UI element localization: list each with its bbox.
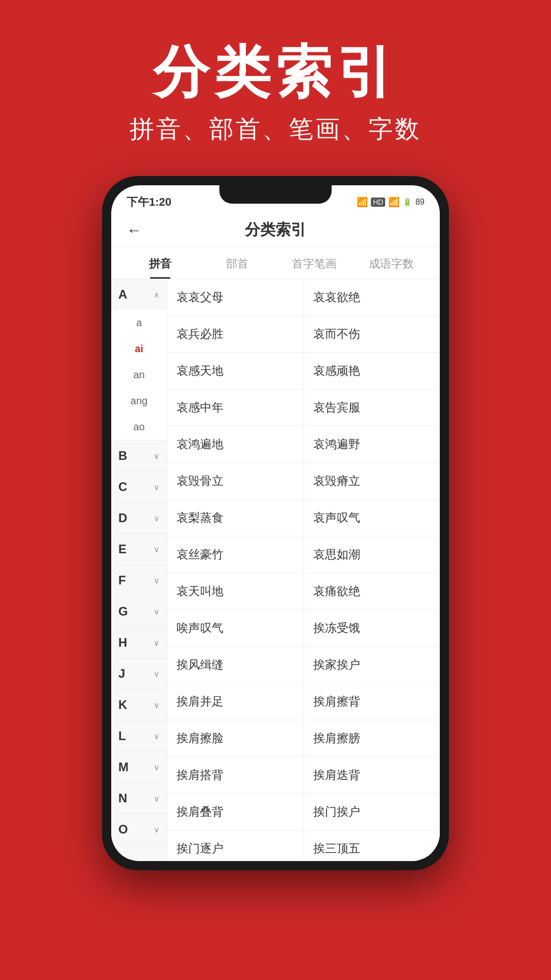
letter-header-J[interactable]: J ∨	[111, 658, 167, 689]
list-item[interactable]: 挨肩迭背	[304, 757, 440, 793]
list-item[interactable]: 哀哀父母	[167, 279, 304, 315]
letter-label-B: B	[118, 449, 127, 463]
letter-header-F[interactable]: F ∨	[111, 565, 167, 596]
list-item[interactable]: 哀而不伤	[304, 316, 440, 352]
letter-header-H[interactable]: H ∨	[111, 627, 167, 658]
letter-header-D[interactable]: D ∨	[111, 503, 167, 533]
letter-chevron-L: ∨	[154, 731, 160, 741]
table-row: 挨肩并足 挨肩擦背	[167, 683, 440, 720]
letter-group-G: G ∨	[111, 596, 167, 627]
letter-header-L[interactable]: L ∨	[111, 721, 167, 751]
list-item[interactable]: 挨肩擦膀	[304, 720, 440, 756]
letter-label-A: A	[118, 287, 127, 302]
list-item[interactable]: 挨家挨户	[304, 647, 440, 683]
letter-header-E[interactable]: E ∨	[111, 534, 167, 565]
table-row: 挨肩叠背 挨门挨户	[167, 794, 440, 830]
list-item[interactable]: 哀感顽艳	[304, 353, 440, 389]
letter-header-M[interactable]: M ∨	[111, 752, 167, 782]
list-item[interactable]: 哀痛欲绝	[304, 573, 440, 609]
letter-header-B[interactable]: B ∨	[111, 440, 167, 471]
letter-label-M: M	[118, 760, 129, 774]
list-item[interactable]: 唉声叹气	[167, 610, 304, 646]
table-row: 挨风缉缝 挨家挨户	[167, 647, 440, 683]
list-item[interactable]: 哀鸿遍地	[167, 426, 304, 462]
table-row: 挨肩搭背 挨肩迭背	[167, 757, 440, 794]
letter-group-A: A ∧ a ai an ang ao	[111, 279, 167, 440]
letter-group-E: E ∨	[111, 534, 167, 565]
sub-item-ang[interactable]: ang	[111, 388, 167, 414]
letter-label-F: F	[118, 573, 126, 587]
letter-chevron-N: ∨	[154, 794, 160, 803]
letter-header-K[interactable]: K ∨	[111, 690, 167, 720]
tab-pinyin[interactable]: 拼音	[121, 247, 198, 279]
list-item[interactable]: 哀梨蒸食	[167, 500, 304, 536]
list-item[interactable]: 哀声叹气	[304, 500, 440, 536]
list-item[interactable]: 挨门逐户	[167, 830, 304, 861]
hd-icon: HD	[371, 198, 385, 207]
back-button[interactable]: ←	[127, 222, 142, 239]
list-item[interactable]: 哀感中年	[167, 389, 304, 426]
list-item[interactable]: 哀鸿遍野	[304, 426, 440, 462]
sub-item-an[interactable]: an	[111, 362, 167, 388]
table-row: 挨肩擦脸 挨肩擦膀	[167, 720, 440, 757]
table-row: 哀丝豪竹 哀思如潮	[167, 536, 440, 573]
letter-label-O: O	[118, 822, 128, 837]
sub-item-ai[interactable]: ai	[111, 336, 167, 362]
tab-bishuo[interactable]: 首字笔画	[276, 247, 353, 279]
letter-group-L: L ∨	[111, 721, 167, 752]
list-item[interactable]: 哀毁瘠立	[304, 463, 440, 499]
letter-header-N[interactable]: N ∨	[111, 783, 167, 814]
table-row: 哀感中年 哀告宾服	[167, 389, 440, 426]
letter-chevron-O: ∨	[154, 825, 160, 835]
letter-header-A[interactable]: A ∧	[111, 279, 167, 310]
list-item[interactable]: 哀思如潮	[304, 536, 440, 573]
letter-label-C: C	[118, 480, 127, 494]
table-row: 哀兵必胜 哀而不伤	[167, 316, 440, 353]
letter-label-E: E	[118, 542, 127, 556]
hero-subtitle: 拼音、部首、笔画、字数	[0, 113, 551, 145]
status-time: 下午1:20	[127, 194, 171, 210]
letter-chevron-K: ∨	[154, 700, 160, 710]
table-row: 哀哀父母 哀哀欲绝	[167, 279, 440, 316]
tab-bushou[interactable]: 部首	[198, 247, 276, 279]
list-item[interactable]: 哀哀欲绝	[304, 279, 440, 315]
list-item[interactable]: 挨肩并足	[167, 683, 304, 720]
letter-group-F: F ∨	[111, 565, 167, 596]
letter-group-N: N ∨	[111, 783, 167, 814]
list-item[interactable]: 哀告宾服	[304, 389, 440, 426]
letter-header-O[interactable]: O ∨	[111, 814, 167, 845]
nav-title: 分类索引	[245, 219, 306, 240]
letter-label-D: D	[118, 511, 127, 525]
list-item[interactable]: 挨风缉缝	[167, 647, 304, 683]
letter-group-K: K ∨	[111, 690, 167, 721]
letter-group-D: D ∨	[111, 503, 167, 534]
list-item[interactable]: 挨肩擦背	[304, 683, 440, 720]
letter-chevron-M: ∨	[154, 763, 160, 772]
sub-item-a[interactable]: a	[111, 310, 167, 336]
list-item[interactable]: 挨肩叠背	[167, 794, 304, 830]
list-item[interactable]: 挨三顶五	[304, 830, 440, 861]
tab-zishu[interactable]: 成语字数	[353, 247, 430, 279]
sub-item-ao[interactable]: ao	[111, 414, 167, 440]
list-item[interactable]: 哀丝豪竹	[167, 536, 304, 573]
table-row: 挨门逐户 挨三顶五	[167, 830, 440, 861]
battery-level: 89	[415, 198, 424, 207]
letter-chevron-G: ∨	[154, 607, 160, 617]
battery-icon: 🔋	[403, 198, 412, 207]
signal2-icon: 📶	[388, 197, 399, 208]
list-item[interactable]: 挨肩搭背	[167, 757, 304, 793]
list-item[interactable]: 哀感天地	[167, 353, 304, 389]
list-item[interactable]: 挨肩擦脸	[167, 720, 304, 756]
list-item[interactable]: 挨冻受饿	[304, 610, 440, 646]
letter-header-G[interactable]: G ∨	[111, 596, 167, 627]
letter-header-C[interactable]: C ∨	[111, 472, 167, 502]
table-row: 哀感天地 哀感顽艳	[167, 353, 440, 389]
list-item[interactable]: 挨门挨户	[304, 794, 440, 830]
list-item[interactable]: 哀天叫地	[167, 573, 304, 609]
letter-label-K: K	[118, 698, 127, 712]
list-item[interactable]: 哀毁骨立	[167, 463, 304, 499]
table-row: 哀鸿遍地 哀鸿遍野	[167, 426, 440, 463]
letter-group-J: J ∨	[111, 658, 167, 690]
phone-frame: 下午1:20 📶 HD 📶 🔋 89 ← 分类索引 拼音 部首 首字笔画	[102, 176, 449, 870]
list-item[interactable]: 哀兵必胜	[167, 316, 304, 352]
